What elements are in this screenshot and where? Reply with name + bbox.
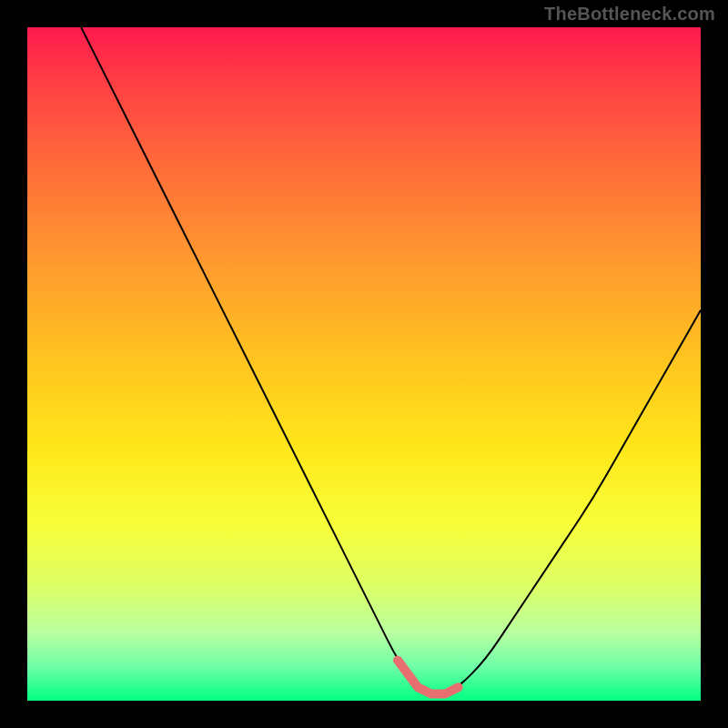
stage: TheBottleneck.com bbox=[0, 0, 728, 728]
bottleneck-chart bbox=[27, 27, 701, 701]
plot-area bbox=[27, 27, 701, 701]
optimal-range-highlight bbox=[398, 661, 459, 694]
attribution-text: TheBottleneck.com bbox=[544, 4, 715, 25]
bottleneck-curve bbox=[81, 27, 701, 694]
